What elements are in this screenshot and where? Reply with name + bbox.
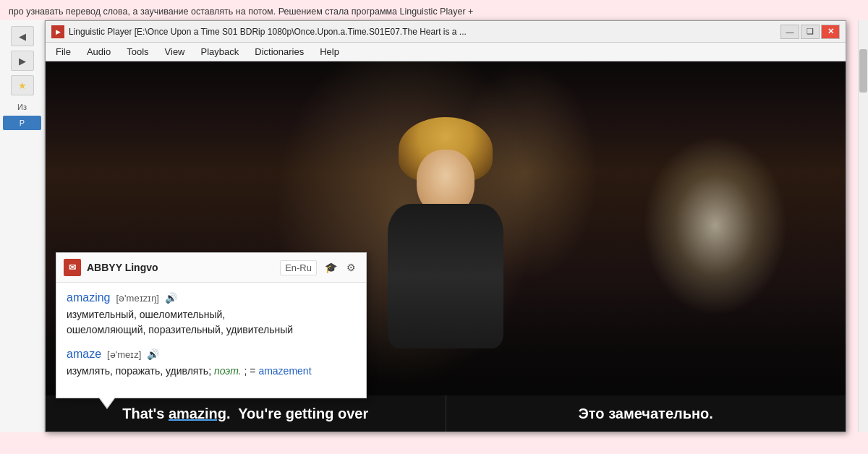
menu-audio[interactable]: Audio [80, 44, 118, 60]
sidebar-label: Из [17, 103, 27, 111]
player-window: Linguistic Player [E:\Once Upon a Time S… [45, 20, 846, 432]
minimize-button[interactable]: — [780, 25, 799, 39]
translation-amaze: изумлять, поражать, удивлять; поэт. ; = … [67, 364, 356, 379]
word-main-amaze: amaze [ə'meɪz] 🔊 [67, 348, 356, 361]
dict-body: amazing [ə'meɪzɪŋ] 🔊 изумительный, ошело… [56, 283, 366, 398]
close-button[interactable]: ✕ [821, 25, 840, 39]
menu-tools[interactable]: Tools [119, 44, 156, 60]
menu-file[interactable]: File [48, 44, 78, 60]
sidebar-star-btn[interactable]: ★ [11, 75, 34, 95]
subtitle-left-text: That's amazing. You're getting over [122, 406, 368, 422]
dict-header: ABBYY Lingvo En-Ru 🎓 ⚙ [56, 253, 366, 283]
subtitle-bar: That's amazing. You're getting over Это … [46, 395, 846, 432]
speaker-amazing-icon[interactable]: 🔊 [165, 292, 177, 304]
dict-language-pair: En-Ru [280, 260, 317, 275]
dict-entry-amazing: amazing [ə'meɪzɪŋ] 🔊 изумительный, ошело… [67, 291, 356, 338]
transcription-amazing: [ə'meɪzɪŋ] [116, 293, 159, 304]
speaker-amaze-icon[interactable]: 🔊 [147, 348, 159, 360]
subtitle-right-text: Это замечательно. [579, 406, 713, 422]
sidebar-back-btn[interactable]: ◀ [11, 26, 34, 46]
dict-settings-icon[interactable]: ⚙ [343, 260, 359, 275]
link-amazement[interactable]: amazement [258, 365, 311, 377]
figure-jacket [388, 204, 503, 348]
subtitle-right-panel: Это замечательно. [446, 395, 846, 432]
dict-graduate-icon[interactable]: 🎓 [323, 260, 339, 275]
translation-amazing: изумительный, ошеломительный,ошеломляющи… [67, 307, 356, 338]
word-amaze[interactable]: amaze [67, 348, 101, 361]
menu-playback[interactable]: Playback [194, 44, 247, 60]
title-bar: Linguistic Player [E:\Once Upon a Time S… [46, 21, 846, 43]
menu-view[interactable]: View [158, 44, 192, 60]
word-amazing[interactable]: amazing [67, 291, 110, 304]
sidebar-blue-item: Р [3, 116, 41, 130]
scene-light [643, 135, 788, 316]
dict-name: ABBYY Lingvo [87, 262, 274, 273]
transcription-amaze: [ə'meɪz] [107, 349, 141, 360]
menu-help[interactable]: Help [312, 44, 346, 60]
word-main-amazing: amazing [ə'meɪzɪŋ] 🔊 [67, 291, 356, 304]
scrollbar-thumb[interactable] [859, 49, 867, 93]
sidebar-forward-btn[interactable]: ▶ [11, 51, 34, 71]
subtitle-highlight-word: amazing [169, 406, 226, 421]
dictionary-popup: ABBYY Lingvo En-Ru 🎓 ⚙ amazing [ə'meɪzɪŋ… [56, 252, 367, 398]
abbyy-logo [64, 259, 81, 276]
menu-bar: File Audio Tools View Playback Dictionar… [46, 43, 846, 61]
scrollbar-track [858, 20, 868, 432]
restore-button[interactable]: ❑ [801, 25, 820, 39]
left-sidebar: ◀ ▶ ★ Из Р [0, 20, 45, 432]
window-controls: — ❑ ✕ [780, 25, 840, 39]
menu-dictionaries[interactable]: Dictionaries [247, 44, 311, 60]
window-title: Linguistic Player [E:\Once Upon a Time S… [69, 27, 780, 37]
dict-entry-amaze: amaze [ə'meɪz] 🔊 изумлять, поражать, уди… [67, 348, 356, 379]
video-area: That's amazing. You're getting over Это … [46, 61, 846, 432]
label-poet: поэт. [214, 365, 242, 377]
app-icon [51, 25, 64, 38]
dict-icon-group: 🎓 ⚙ [323, 260, 359, 275]
article-line-1: про узнавать перевод слова, а заучивание… [9, 4, 859, 20]
scene-figure [355, 117, 536, 348]
